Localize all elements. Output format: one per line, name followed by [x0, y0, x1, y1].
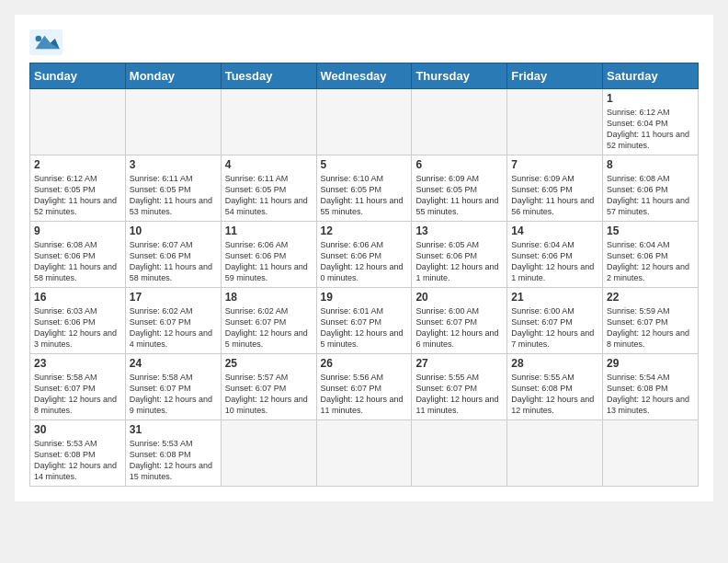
day-number: 5 — [321, 158, 408, 171]
day-number: 26 — [321, 357, 408, 370]
calendar-day-23: 23Sunrise: 5:58 AM Sunset: 6:07 PM Dayli… — [30, 354, 126, 420]
day-number: 30 — [34, 423, 121, 436]
day-number: 17 — [130, 291, 217, 304]
day-number: 6 — [415, 158, 503, 171]
day-info: Sunrise: 6:01 AM Sunset: 6:07 PM Dayligh… — [321, 305, 408, 350]
day-info: Sunrise: 5:57 AM Sunset: 6:07 PM Dayligh… — [225, 372, 313, 417]
day-info: Sunrise: 5:56 AM Sunset: 6:07 PM Dayligh… — [321, 372, 408, 417]
day-number: 1 — [607, 92, 694, 105]
page: SundayMondayTuesdayWednesdayThursdayFrid… — [15, 15, 713, 501]
weekday-header-wednesday: Wednesday — [316, 63, 412, 89]
day-number: 28 — [511, 357, 598, 370]
day-info: Sunrise: 6:11 AM Sunset: 6:05 PM Dayligh… — [130, 173, 217, 218]
calendar-day-14: 14Sunrise: 6:04 AM Sunset: 6:06 PM Dayli… — [507, 222, 603, 288]
day-info: Sunrise: 5:58 AM Sunset: 6:07 PM Dayligh… — [34, 372, 121, 417]
day-number: 2 — [34, 158, 121, 171]
day-number: 10 — [130, 224, 217, 237]
day-info: Sunrise: 6:06 AM Sunset: 6:06 PM Dayligh… — [321, 239, 408, 284]
day-number: 4 — [225, 158, 313, 171]
day-info: Sunrise: 6:03 AM Sunset: 6:06 PM Dayligh… — [34, 305, 121, 350]
calendar-week-row: 9Sunrise: 6:08 AM Sunset: 6:06 PM Daylig… — [30, 222, 699, 288]
day-number: 9 — [34, 224, 121, 237]
calendar-day-8: 8Sunrise: 6:08 AM Sunset: 6:06 PM Daylig… — [603, 155, 699, 222]
day-info: Sunrise: 6:09 AM Sunset: 6:05 PM Dayligh… — [415, 173, 503, 218]
day-number: 29 — [607, 357, 694, 370]
day-info: Sunrise: 6:12 AM Sunset: 6:04 PM Dayligh… — [607, 107, 694, 152]
day-info: Sunrise: 5:55 AM Sunset: 6:07 PM Dayligh… — [415, 372, 503, 417]
day-info: Sunrise: 6:02 AM Sunset: 6:07 PM Dayligh… — [130, 305, 217, 350]
calendar-week-row: 2Sunrise: 6:12 AM Sunset: 6:05 PM Daylig… — [30, 155, 699, 222]
calendar-day-29: 29Sunrise: 5:54 AM Sunset: 6:08 PM Dayli… — [603, 354, 699, 420]
day-number: 18 — [225, 291, 313, 304]
day-number: 24 — [130, 357, 217, 370]
day-info: Sunrise: 6:04 AM Sunset: 6:06 PM Dayligh… — [607, 239, 694, 284]
day-number: 13 — [415, 224, 503, 237]
weekday-header-friday: Friday — [507, 63, 603, 89]
weekday-header-tuesday: Tuesday — [221, 63, 316, 89]
day-info: Sunrise: 5:53 AM Sunset: 6:08 PM Dayligh… — [34, 438, 121, 483]
calendar-day-30: 30Sunrise: 5:53 AM Sunset: 6:08 PM Dayli… — [30, 420, 126, 487]
calendar-day-empty — [221, 89, 316, 155]
weekday-header-monday: Monday — [125, 63, 221, 89]
day-number: 20 — [415, 291, 503, 304]
calendar-day-27: 27Sunrise: 5:55 AM Sunset: 6:07 PM Dayli… — [412, 354, 507, 420]
day-number: 14 — [511, 224, 598, 237]
calendar-day-7: 7Sunrise: 6:09 AM Sunset: 6:05 PM Daylig… — [507, 155, 603, 222]
calendar-day-26: 26Sunrise: 5:56 AM Sunset: 6:07 PM Dayli… — [316, 354, 412, 420]
calendar-day-10: 10Sunrise: 6:07 AM Sunset: 6:06 PM Dayli… — [125, 222, 221, 288]
calendar-day-20: 20Sunrise: 6:00 AM Sunset: 6:07 PM Dayli… — [412, 288, 507, 354]
calendar-day-19: 19Sunrise: 6:01 AM Sunset: 6:07 PM Dayli… — [316, 288, 412, 354]
day-info: Sunrise: 5:59 AM Sunset: 6:07 PM Dayligh… — [607, 305, 694, 350]
calendar-day-empty — [507, 89, 603, 155]
header-area — [29, 29, 699, 55]
day-info: Sunrise: 6:10 AM Sunset: 6:05 PM Dayligh… — [321, 173, 408, 218]
day-number: 31 — [130, 423, 217, 436]
day-info: Sunrise: 6:09 AM Sunset: 6:05 PM Dayligh… — [511, 173, 598, 218]
calendar-day-empty — [603, 420, 699, 487]
day-number: 11 — [225, 224, 313, 237]
day-info: Sunrise: 6:08 AM Sunset: 6:06 PM Dayligh… — [607, 173, 694, 218]
day-info: Sunrise: 6:02 AM Sunset: 6:07 PM Dayligh… — [225, 305, 313, 350]
calendar-day-1: 1Sunrise: 6:12 AM Sunset: 6:04 PM Daylig… — [603, 89, 699, 155]
calendar-day-2: 2Sunrise: 6:12 AM Sunset: 6:05 PM Daylig… — [30, 155, 126, 222]
calendar-day-empty — [30, 89, 126, 155]
day-info: Sunrise: 6:08 AM Sunset: 6:06 PM Dayligh… — [34, 239, 121, 284]
day-info: Sunrise: 5:55 AM Sunset: 6:08 PM Dayligh… — [511, 372, 598, 417]
day-number: 16 — [34, 291, 121, 304]
weekday-header-thursday: Thursday — [412, 63, 507, 89]
calendar-day-11: 11Sunrise: 6:06 AM Sunset: 6:06 PM Dayli… — [221, 222, 316, 288]
day-number: 12 — [321, 224, 408, 237]
day-number: 22 — [607, 291, 694, 304]
calendar-day-5: 5Sunrise: 6:10 AM Sunset: 6:05 PM Daylig… — [316, 155, 412, 222]
day-number: 23 — [34, 357, 121, 370]
logo — [29, 29, 66, 55]
day-info: Sunrise: 6:00 AM Sunset: 6:07 PM Dayligh… — [511, 305, 598, 350]
weekday-header-saturday: Saturday — [603, 63, 699, 89]
calendar-day-31: 31Sunrise: 5:53 AM Sunset: 6:08 PM Dayli… — [125, 420, 221, 487]
weekday-header-sunday: Sunday — [30, 63, 126, 89]
day-info: Sunrise: 5:54 AM Sunset: 6:08 PM Dayligh… — [607, 372, 694, 417]
day-info: Sunrise: 6:00 AM Sunset: 6:07 PM Dayligh… — [415, 305, 503, 350]
calendar-day-empty — [316, 89, 412, 155]
day-number: 25 — [225, 357, 313, 370]
day-number: 7 — [511, 158, 598, 171]
calendar-day-empty — [125, 89, 221, 155]
calendar-day-16: 16Sunrise: 6:03 AM Sunset: 6:06 PM Dayli… — [30, 288, 126, 354]
calendar-day-empty — [412, 420, 507, 487]
day-number: 3 — [130, 158, 217, 171]
svg-point-3 — [36, 36, 42, 42]
day-number: 15 — [607, 224, 694, 237]
day-info: Sunrise: 6:12 AM Sunset: 6:05 PM Dayligh… — [34, 173, 121, 218]
calendar-table: SundayMondayTuesdayWednesdayThursdayFrid… — [29, 63, 699, 487]
day-number: 21 — [511, 291, 598, 304]
calendar-day-15: 15Sunrise: 6:04 AM Sunset: 6:06 PM Dayli… — [603, 222, 699, 288]
day-info: Sunrise: 6:04 AM Sunset: 6:06 PM Dayligh… — [511, 239, 598, 284]
calendar-day-28: 28Sunrise: 5:55 AM Sunset: 6:08 PM Dayli… — [507, 354, 603, 420]
calendar-day-22: 22Sunrise: 5:59 AM Sunset: 6:07 PM Dayli… — [603, 288, 699, 354]
calendar-week-row: 23Sunrise: 5:58 AM Sunset: 6:07 PM Dayli… — [30, 354, 699, 420]
day-info: Sunrise: 6:11 AM Sunset: 6:05 PM Dayligh… — [225, 173, 313, 218]
day-info: Sunrise: 5:53 AM Sunset: 6:08 PM Dayligh… — [130, 438, 217, 483]
logo-icon — [29, 29, 63, 55]
calendar-day-empty — [507, 420, 603, 487]
calendar-day-12: 12Sunrise: 6:06 AM Sunset: 6:06 PM Dayli… — [316, 222, 412, 288]
